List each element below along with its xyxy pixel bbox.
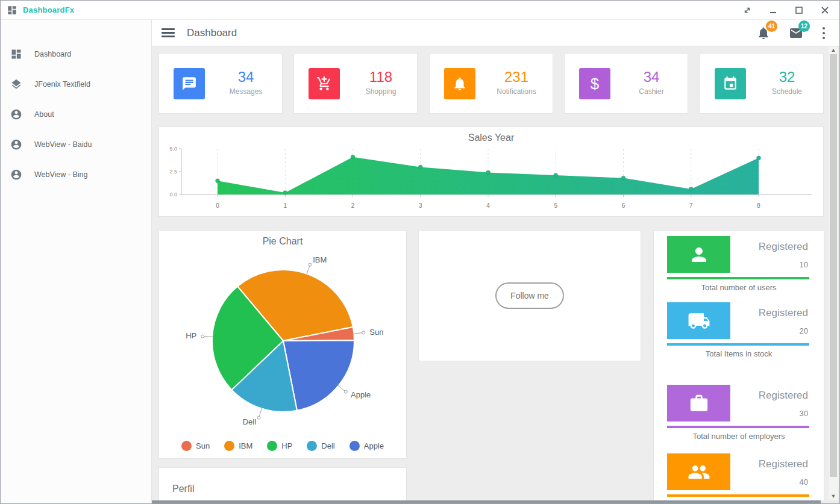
svg-text:8: 8 bbox=[757, 202, 760, 209]
stat-card-notifications: 231 Notifications bbox=[429, 53, 553, 114]
sidebar: Dashboard JFoenix Textfield About WebVie… bbox=[1, 20, 152, 503]
legend-label: HP bbox=[281, 441, 292, 450]
sidebar-item-webview-baidu[interactable]: WebView - Baidu bbox=[1, 129, 151, 160]
close-window-button[interactable] bbox=[820, 5, 830, 15]
menu-toggle-button[interactable] bbox=[161, 28, 175, 37]
horizontal-scrollbar[interactable] bbox=[152, 500, 827, 503]
sidebar-item-label: WebView - Baidu bbox=[34, 140, 92, 149]
sidebar-item-dashboard[interactable]: Dashboard bbox=[1, 39, 151, 69]
legend-color-dot bbox=[224, 441, 234, 451]
sidebar-item-label: About bbox=[34, 110, 54, 119]
legend-color-dot bbox=[349, 441, 360, 451]
legend-label: Sun bbox=[196, 441, 210, 450]
registered-title: Registered bbox=[759, 241, 808, 253]
svg-text:HP: HP bbox=[186, 331, 196, 340]
registered-caption: Total Items in stock bbox=[654, 349, 824, 358]
stat-label: Messages bbox=[213, 87, 278, 96]
stat-card-messages: 34 Messages bbox=[158, 53, 283, 114]
stat-label: Cashier bbox=[619, 87, 684, 96]
vertical-scrollbar[interactable]: ▲ ▼ bbox=[829, 46, 838, 500]
legend-label: Apple bbox=[364, 441, 384, 450]
stat-value: 231 bbox=[484, 69, 549, 86]
legend-item-apple: Apple bbox=[349, 441, 384, 451]
bell-icon bbox=[452, 76, 468, 92]
person-icon bbox=[688, 244, 710, 266]
stat-label: Schedule bbox=[754, 87, 820, 96]
vertical-scrollbar-thumb[interactable] bbox=[830, 54, 837, 477]
registered-panel: Registered 10 Total number of users Regi… bbox=[653, 230, 824, 503]
registered-card-employers: Registered 30 Total number of employers bbox=[654, 385, 824, 445]
legend-item-ibm: IBM bbox=[224, 441, 252, 451]
app-logo-icon bbox=[7, 5, 17, 16]
maximize-icon bbox=[795, 7, 803, 14]
mail-badge: 12 bbox=[798, 20, 810, 32]
chat-icon bbox=[181, 76, 197, 92]
svg-text:2: 2 bbox=[351, 202, 355, 209]
sidebar-item-label: Dashboard bbox=[34, 50, 71, 58]
messages-button[interactable]: 12 bbox=[789, 26, 803, 40]
dashboard-grid-icon bbox=[10, 48, 22, 60]
person-circle-icon bbox=[10, 138, 22, 151]
svg-text:Dell: Dell bbox=[243, 417, 257, 426]
stat-tile bbox=[444, 68, 475, 99]
legend-color-dot bbox=[307, 441, 317, 451]
svg-text:6: 6 bbox=[622, 202, 625, 209]
legend-item-sun: Sun bbox=[181, 441, 210, 451]
legend-color-dot bbox=[181, 441, 192, 451]
stat-tile bbox=[309, 68, 340, 99]
stat-value: 34 bbox=[213, 69, 278, 86]
person-circle-icon bbox=[10, 108, 22, 120]
expand-window-button[interactable] bbox=[742, 5, 752, 15]
stat-label: Shopping bbox=[348, 87, 413, 96]
legend-color-dot bbox=[267, 441, 277, 451]
registered-value: 40 bbox=[800, 478, 808, 487]
registered-caption: Total number of employers bbox=[654, 432, 824, 441]
follow-panel: Follow me bbox=[418, 230, 641, 361]
minimize-icon bbox=[769, 7, 777, 14]
more-options-button[interactable] bbox=[821, 26, 826, 40]
perfil-title: Perfil bbox=[159, 468, 406, 494]
perfil-panel: Perfil bbox=[158, 467, 407, 503]
stat-card-cashier: $ 34 Cashier bbox=[564, 53, 688, 114]
sidebar-item-jfoenix-textfield[interactable]: JFoenix Textfield bbox=[1, 69, 151, 99]
app-title: DashboardFx bbox=[23, 5, 74, 14]
notifications-button[interactable]: 41 bbox=[756, 26, 771, 40]
sidebar-item-webview-bing[interactable]: WebView - Bing bbox=[1, 160, 151, 190]
registered-value: 30 bbox=[800, 409, 808, 418]
stat-card-schedule: 32 Schedule bbox=[700, 53, 824, 114]
briefcase-icon bbox=[689, 393, 709, 414]
registered-title: Registered bbox=[759, 390, 808, 402]
cart-plus-icon bbox=[316, 76, 332, 92]
legend-item-hp: HP bbox=[267, 441, 292, 451]
svg-text:3: 3 bbox=[419, 202, 422, 209]
registered-caption: Total number of users bbox=[654, 283, 824, 292]
registered-title: Registered bbox=[759, 458, 808, 470]
registered-card-clients: Registered 40 Total number of clients bbox=[654, 453, 824, 503]
horizontal-scrollbar-thumb[interactable] bbox=[152, 500, 821, 503]
registered-tile bbox=[667, 236, 730, 273]
registered-value: 20 bbox=[800, 326, 808, 335]
scroll-up-arrow-icon[interactable]: ▲ bbox=[829, 47, 838, 53]
scroll-down-arrow-icon[interactable]: ▼ bbox=[829, 493, 838, 499]
maximize-window-button[interactable] bbox=[794, 5, 804, 15]
registered-card-stock: Registered 20 Total Items in stock bbox=[654, 302, 824, 362]
minimize-window-button[interactable] bbox=[768, 5, 778, 15]
registered-underline bbox=[667, 277, 809, 279]
registered-value: 10 bbox=[800, 260, 808, 269]
sidebar-item-about[interactable]: About bbox=[1, 99, 151, 129]
registered-underline bbox=[667, 494, 809, 497]
registered-underline bbox=[667, 426, 809, 428]
expand-icon bbox=[743, 6, 751, 14]
stat-value: 32 bbox=[754, 69, 820, 86]
stat-tile bbox=[174, 68, 205, 99]
registered-tile bbox=[667, 385, 730, 422]
svg-text:IBM: IBM bbox=[313, 255, 327, 264]
registered-title: Registered bbox=[759, 307, 808, 319]
dollar-icon: $ bbox=[591, 75, 599, 93]
sales-chart-title: Sales Year bbox=[159, 127, 823, 143]
stat-value: 118 bbox=[348, 69, 413, 86]
svg-text:4: 4 bbox=[486, 202, 490, 209]
follow-me-button[interactable]: Follow me bbox=[495, 282, 564, 309]
layers-icon bbox=[10, 78, 22, 90]
legend-label: Dell bbox=[321, 441, 334, 450]
